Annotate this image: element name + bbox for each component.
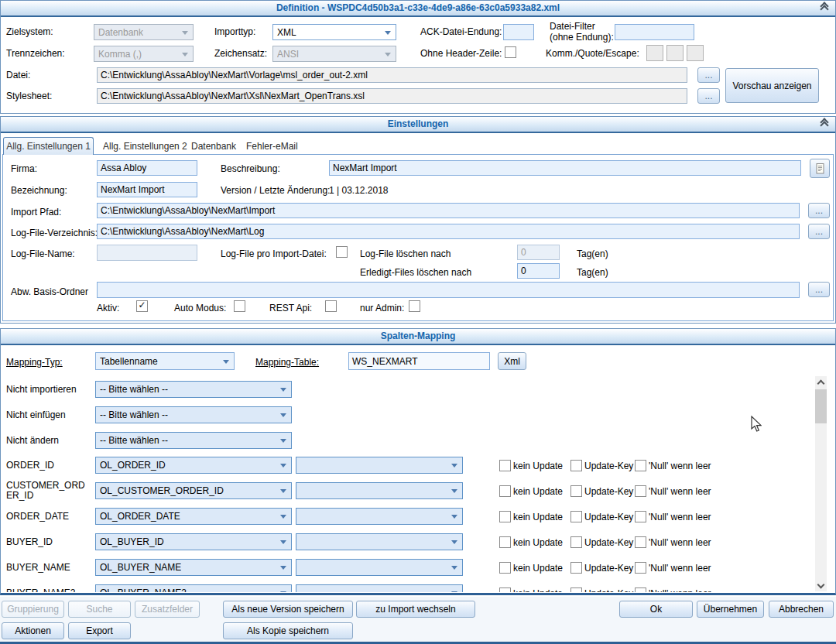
tab-fehler-email[interactable]: Fehler-eMail xyxy=(246,141,298,152)
export-button[interactable]: Export xyxy=(68,622,131,639)
tab-allg-einstellungen-1[interactable]: Allg. Einstellungen 1 xyxy=(3,137,94,155)
kein-update-checkbox[interactable] xyxy=(499,511,511,522)
escape-input[interactable] xyxy=(687,45,704,61)
log-file-name-input[interactable] xyxy=(97,245,197,261)
mapped-field-dropdown[interactable]: OL_BUYER_NAME2 xyxy=(95,584,292,592)
log-file-loeschen-input[interactable]: 0 xyxy=(517,245,560,260)
update-key-checkbox[interactable] xyxy=(570,485,582,497)
kein-update-checkbox[interactable] xyxy=(499,562,511,574)
abbrechen-button[interactable]: Abbrechen xyxy=(769,601,834,618)
scrollbar-thumb[interactable] xyxy=(815,389,827,423)
update-key-checkbox[interactable] xyxy=(570,587,582,592)
spalten-mapping-header: Spalten-Mapping xyxy=(1,329,835,345)
log-file-verzeichnis-browse-button[interactable]: ... xyxy=(808,224,830,239)
kein-update-checkbox[interactable] xyxy=(499,536,511,548)
secondary-field-dropdown[interactable] xyxy=(296,482,463,499)
stylesheet-path-input[interactable]: C:\Entwicklung\AssaAbloy\NexMart\Xsl\Nex… xyxy=(97,88,687,104)
secondary-field-dropdown[interactable] xyxy=(296,508,463,525)
chevron-down-icon xyxy=(280,413,286,417)
update-key-checkbox[interactable] xyxy=(570,536,582,548)
secondary-field-dropdown[interactable] xyxy=(296,533,463,550)
rest-api-checkbox[interactable] xyxy=(325,300,337,312)
update-key-checkbox[interactable] xyxy=(570,511,582,522)
datei-browse-button[interactable]: ... xyxy=(697,67,720,83)
importtyp-dropdown[interactable]: XML xyxy=(272,24,396,40)
als-neue-version-speichern-button[interactable]: Als neue Version speichern xyxy=(223,601,353,618)
mapped-field-dropdown[interactable]: OL_ORDER_DATE xyxy=(95,508,292,525)
null-wenn-leer-checkbox[interactable] xyxy=(635,485,646,497)
ohne-header-zeile-checkbox[interactable] xyxy=(505,46,516,58)
erledigt-files-loeschen-input[interactable]: 0 xyxy=(517,263,560,279)
bezeichnung-input[interactable]: NexMart Import xyxy=(97,182,197,197)
zu-import-wechseln-button[interactable]: zu Import wechseln xyxy=(356,601,475,618)
mapping-typ-dropdown[interactable]: Tabellenname xyxy=(95,352,235,370)
kein-update-checkbox[interactable] xyxy=(499,485,511,497)
vertical-scrollbar[interactable] xyxy=(815,376,827,591)
nur-admin-checkbox[interactable] xyxy=(409,300,420,312)
tab-datenbank[interactable]: Datenbank xyxy=(191,141,236,152)
tab-allg-einstellungen-2[interactable]: Allg. Einstellungen 2 xyxy=(103,141,187,152)
als-kopie-speichern-button[interactable]: Als Kopie speichern xyxy=(223,622,353,639)
zeichensatz-dropdown[interactable]: ANSI xyxy=(272,46,396,62)
null-wenn-leer-checkbox[interactable] xyxy=(635,536,646,548)
null-wenn-leer-checkbox[interactable] xyxy=(635,460,646,471)
import-pfad-input[interactable]: C:\Entwicklung\AssaAbloy\NexMart\Import xyxy=(97,203,800,218)
datei-filter-input[interactable] xyxy=(615,24,694,40)
zielsystem-dropdown[interactable]: Datenbank xyxy=(94,24,194,40)
komm-input[interactable] xyxy=(646,45,663,61)
log-file-pro-import-checkbox[interactable] xyxy=(336,246,348,258)
mapped-field-dropdown[interactable]: OL_ORDER_ID xyxy=(95,457,292,474)
trennzeichen-dropdown[interactable]: Komma (,) xyxy=(94,46,194,62)
gruppierung-button[interactable]: Gruppierung xyxy=(2,601,64,618)
zusatzfelder-button[interactable]: Zusatzfelder xyxy=(135,601,200,618)
secondary-field-dropdown[interactable] xyxy=(296,559,463,576)
abw-basis-ordner-input[interactable] xyxy=(97,282,800,298)
scroll-down-button[interactable] xyxy=(815,580,827,591)
mapping-table-input[interactable]: WS_NEXMART xyxy=(348,352,490,370)
mapped-field-dropdown[interactable]: OL_BUYER_NAME xyxy=(95,559,292,576)
suche-button[interactable]: Suche xyxy=(68,601,131,618)
beschreibung-input[interactable]: NexMart Import xyxy=(329,160,801,176)
datei-path-input[interactable]: C:\Entwicklung\AssaAbloy\NexMart\Vorlage… xyxy=(97,67,687,83)
update-key-checkbox[interactable] xyxy=(570,562,582,574)
nicht-importieren-dropdown[interactable]: -- Bitte wählen -- xyxy=(95,381,292,398)
ok-button[interactable]: Ok xyxy=(619,601,693,618)
uebernehmen-button[interactable]: Übernehmen xyxy=(697,601,764,618)
nicht-einfuegen-dropdown[interactable]: -- Bitte wählen -- xyxy=(95,406,292,423)
aktionen-button[interactable]: Aktionen xyxy=(2,622,64,639)
chevron-down-icon xyxy=(280,540,286,544)
abw-basis-ordner-browse-button[interactable]: ... xyxy=(808,282,830,297)
null-wenn-leer-checkbox[interactable] xyxy=(635,562,646,574)
collapse-einstellungen-icon[interactable] xyxy=(821,119,827,128)
kein-update-checkbox[interactable] xyxy=(499,460,511,471)
null-wenn-leer-checkbox[interactable] xyxy=(635,511,646,522)
quote-input[interactable] xyxy=(666,45,684,61)
beschreibung-note-button[interactable] xyxy=(810,159,830,178)
scroll-up-button[interactable] xyxy=(815,376,827,388)
firma-input[interactable]: Assa Abloy xyxy=(97,160,197,176)
log-file-verzeichnis-input[interactable]: C:\Entwicklung\AssaAbloy\NexMart\Log xyxy=(97,224,800,239)
abw-basis-ordner-label: Abw. Basis-Ordner xyxy=(11,286,88,297)
spalten-mapping-title: Spalten-Mapping xyxy=(381,331,456,341)
stylesheet-browse-button[interactable]: ... xyxy=(697,88,720,104)
update-key-checkbox[interactable] xyxy=(570,460,582,471)
auto-modus-checkbox[interactable] xyxy=(234,300,245,312)
aktiv-checkbox[interactable] xyxy=(136,300,148,312)
chevron-down-icon xyxy=(280,591,286,592)
kein-update-checkbox[interactable] xyxy=(499,587,511,592)
column-name-label: ORDER_DATE xyxy=(6,512,87,522)
mapping-typ-label[interactable]: Mapping-Typ: xyxy=(6,357,63,368)
mapped-field-dropdown[interactable]: OL_CUSTOMER_ORDER_ID xyxy=(95,482,292,499)
null-wenn-leer-checkbox[interactable] xyxy=(635,587,646,592)
secondary-field-dropdown[interactable] xyxy=(296,457,463,474)
xml-button[interactable]: Xml xyxy=(498,352,526,370)
import-pfad-browse-button[interactable]: ... xyxy=(808,203,830,218)
nicht-aendern-dropdown[interactable]: -- Bitte wählen -- xyxy=(95,432,292,449)
collapse-definition-icon[interactable] xyxy=(821,3,827,12)
mapped-field-dropdown[interactable]: OL_BUYER_ID xyxy=(95,533,292,550)
ack-datei-endung-input[interactable] xyxy=(503,24,534,40)
secondary-field-dropdown[interactable] xyxy=(296,584,463,592)
mapping-table-label[interactable]: Mapping-Table: xyxy=(255,357,319,368)
erledigt-files-loeschen-suffix: Tag(en) xyxy=(577,267,608,278)
vorschau-anzeigen-button[interactable]: Vorschau anzeigen xyxy=(725,68,819,103)
